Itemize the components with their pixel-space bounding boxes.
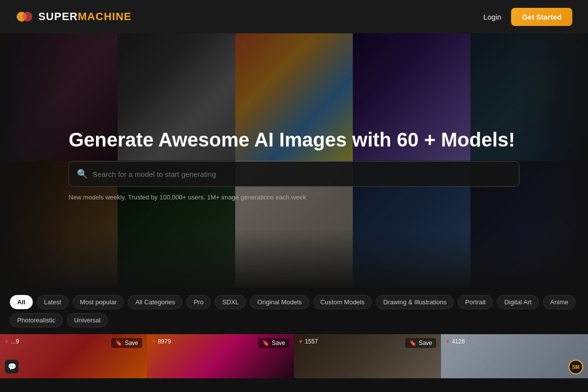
card-save-1[interactable]: 🔖 Save [258, 338, 289, 348]
filter-tab-digital-art[interactable]: Digital Art [497, 295, 539, 309]
search-input[interactable] [93, 170, 511, 178]
logo-area: SUPERMACHINE [16, 8, 131, 25]
heart-icon-0: ♥ [5, 338, 8, 345]
card-likes-3: 4126 [452, 338, 465, 345]
save-label-1: Save [272, 340, 285, 346]
header: SUPERMACHINE Login Get Started [0, 0, 588, 33]
logo-icon [16, 8, 33, 25]
header-actions: Login Get Started [483, 8, 572, 26]
card-save-2[interactable]: 🔖 Save [405, 338, 436, 348]
filter-tab-custom-models[interactable]: Custom Models [313, 295, 372, 309]
card-item-0[interactable]: ♥ ...9 🔖 Save 💬 [0, 334, 147, 378]
card-likes-0: ...9 [11, 338, 19, 345]
card-item-3[interactable]: ♥ 4126 SM [441, 334, 588, 378]
filter-tab-most-popular[interactable]: Most popular [73, 295, 124, 309]
filter-tab-universal[interactable]: Universal [67, 313, 108, 327]
hero-section: Generate Awesome AI Images with 60 + Mod… [0, 33, 588, 288]
card-badge-0: ♥ ...9 [5, 338, 19, 345]
chat-icon-0: 💬 [8, 363, 16, 370]
bookmark-icon-2: 🔖 [409, 340, 416, 346]
card-save-0[interactable]: 🔖 Save [111, 338, 142, 348]
login-button[interactable]: Login [483, 13, 501, 21]
heart-icon-1: ♥ [152, 338, 155, 345]
get-started-button[interactable]: Get Started [511, 8, 572, 26]
filter-tab-photorealistic[interactable]: Photorealistic [10, 313, 63, 327]
filter-tab-all[interactable]: All [10, 295, 33, 309]
filter-tab-sdxl[interactable]: SDXL [215, 295, 246, 309]
card-badge-2: ♥ 1557 [299, 338, 318, 345]
save-label-0: Save [125, 340, 138, 346]
filter-tab-drawing-illustrations[interactable]: Drawing & Illustrations [376, 295, 454, 309]
card-likes-1: 8979 [158, 338, 171, 345]
hero-bottom-fade [0, 229, 588, 288]
filter-tab-anime[interactable]: Anime [543, 295, 576, 309]
save-label-2: Save [419, 340, 432, 346]
chat-bubble-0[interactable]: 💬 [5, 360, 19, 373]
logo-super: SUPER [38, 10, 78, 23]
filter-tab-pro[interactable]: Pro [186, 295, 211, 309]
search-icon: 🔍 [77, 169, 88, 179]
supermachine-badge: SM [568, 360, 583, 374]
filter-tab-latest[interactable]: Latest [37, 295, 69, 309]
filter-tab-original-models[interactable]: Original Models [250, 295, 309, 309]
hero-subtext: New models weekly. Trusted by 100,000+ u… [69, 194, 519, 201]
hero-title: Generate Awesome AI Images with 60 + Mod… [69, 128, 519, 151]
heart-icon-2: ♥ [299, 338, 302, 345]
svg-point-1 [23, 12, 32, 22]
filter-tab-all-categories[interactable]: All Categories [128, 295, 182, 309]
bookmark-icon-1: 🔖 [262, 340, 270, 346]
card-badge-1: ♥ 8979 [152, 338, 171, 345]
card-strip: ♥ ...9 🔖 Save 💬 ♥ 8979 🔖 Save ♥ 1557 🔖 [0, 334, 588, 378]
logo-text: SUPERMACHINE [38, 10, 131, 23]
bookmark-icon-0: 🔖 [115, 340, 122, 346]
card-likes-2: 1557 [305, 338, 318, 345]
heart-icon-3: ♥ [446, 338, 449, 345]
card-badge-3: ♥ 4126 [446, 338, 465, 345]
logo-machine: MACHINE [78, 10, 132, 23]
search-box: 🔍 [69, 161, 519, 187]
filter-section: AllLatestMost popularAll CategoriesProSD… [0, 288, 588, 334]
card-item-2[interactable]: ♥ 1557 🔖 Save [294, 334, 441, 378]
filter-tab-portrait[interactable]: Portrait [458, 295, 493, 309]
sm-badge-text: SM [572, 365, 580, 370]
hero-content: Generate Awesome AI Images with 60 + Mod… [69, 128, 519, 201]
card-item-1[interactable]: ♥ 8979 🔖 Save [147, 334, 294, 378]
